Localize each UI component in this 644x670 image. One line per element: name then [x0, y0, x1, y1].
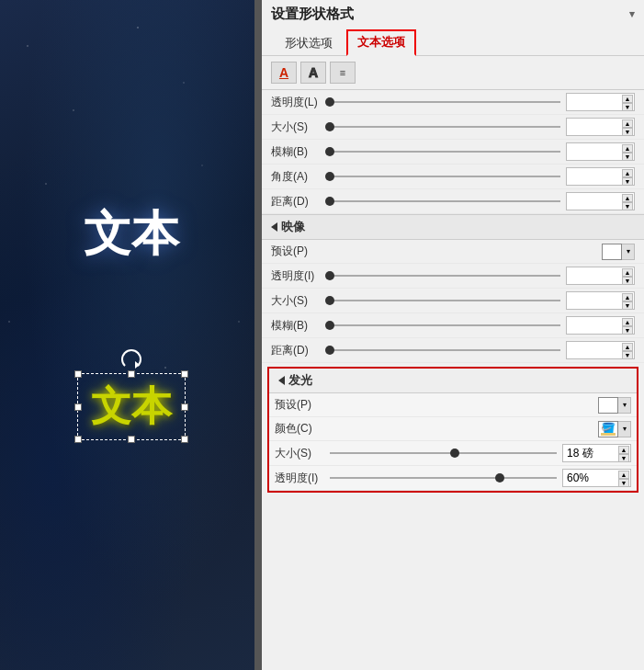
glow-transparency-slider[interactable] [330, 471, 557, 485]
reflect-transparency-up[interactable]: ▲ [622, 268, 633, 277]
shadow-size-spinner[interactable]: ▲ ▼ [622, 119, 633, 134]
text-fill-icon[interactable]: A [271, 62, 297, 84]
shadow-size-up[interactable]: ▲ [622, 119, 633, 128]
handle-bot-right[interactable] [181, 436, 188, 443]
shadow-angle-up[interactable]: ▲ [622, 169, 633, 177]
shadow-angle-spinner[interactable]: ▲ ▼ [622, 169, 633, 184]
reflect-distance-up[interactable]: ▲ [622, 343, 633, 351]
selected-text-wrapper[interactable]: 文本 [77, 349, 186, 440]
glow-size-slider[interactable] [330, 446, 557, 460]
shadow-angle-slider[interactable] [330, 169, 560, 184]
reflect-preset-control[interactable]: ▾ [602, 244, 635, 260]
glow-transparency-up[interactable]: ▲ [618, 471, 629, 479]
tab-shape-options[interactable]: 形状选项 [271, 29, 346, 56]
reflect-preset-arrow[interactable]: ▾ [622, 244, 635, 260]
reflect-size-up[interactable]: ▲ [622, 293, 633, 301]
reflect-size-spinner[interactable]: ▲ ▼ [622, 293, 633, 308]
reflect-blur-down[interactable]: ▼ [622, 326, 633, 335]
glow-transparency-spinner[interactable]: ▲ ▼ [618, 471, 629, 485]
reflect-distance-value[interactable]: ▲ ▼ [566, 341, 635, 359]
glow-section-header[interactable]: 发光 [269, 369, 637, 393]
tab-text-options[interactable]: 文本选项 [346, 29, 416, 56]
glow-size-thumb[interactable] [450, 449, 459, 458]
reflect-blur-thumb[interactable] [325, 321, 334, 330]
tab-row: 形状选项 文本选项 [271, 28, 635, 55]
glow-color-arrow[interactable]: ▾ [618, 421, 631, 437]
shadow-size-value[interactable]: ▲ ▼ [566, 118, 635, 136]
panel-body[interactable]: 透明度(L) ▲ ▼ 大小(S) [262, 90, 644, 670]
glow-size-down[interactable]: ▼ [618, 454, 629, 462]
glow-size-spinner[interactable]: ▲ ▼ [618, 446, 629, 460]
shadow-transparency-spinner[interactable]: ▲ ▼ [622, 95, 633, 109]
reflect-size-slider[interactable] [330, 293, 560, 308]
glow-color-control[interactable]: 🪣 ▾ [598, 421, 631, 437]
rotate-icon[interactable] [121, 349, 141, 369]
reflect-transparency-spinner[interactable]: ▲ ▼ [622, 268, 633, 283]
glow-color-picker[interactable]: 🪣 [598, 421, 618, 437]
reflect-distance-down[interactable]: ▼ [622, 351, 633, 359]
reflect-blur-slider[interactable] [330, 318, 560, 333]
reflect-transparency-thumb[interactable] [325, 271, 334, 280]
reflect-blur-spinner[interactable]: ▲ ▼ [622, 318, 633, 333]
text-effect-icon[interactable]: ≡ [330, 62, 356, 84]
shadow-angle-down[interactable]: ▼ [622, 177, 633, 186]
rotate-handle[interactable] [77, 349, 186, 369]
reflect-size-value[interactable]: ▲ ▼ [566, 291, 635, 310]
shadow-blur-thumb[interactable] [325, 147, 334, 156]
handle-top-mid[interactable] [128, 370, 135, 378]
reflect-blur-value[interactable]: ▲ ▼ [566, 316, 635, 335]
glow-transparency-value[interactable]: ▲ ▼ [562, 469, 631, 487]
handle-mid-right[interactable] [181, 403, 188, 411]
glow-transparency-thumb[interactable] [495, 473, 504, 483]
shadow-blur-up[interactable]: ▲ [622, 144, 633, 153]
glow-preset-arrow[interactable]: ▾ [618, 397, 631, 414]
glow-size-up[interactable]: ▲ [618, 446, 629, 454]
glow-preset-box[interactable] [598, 397, 618, 414]
shadow-distance-thumb[interactable] [325, 197, 334, 206]
reflect-size-down[interactable]: ▼ [622, 301, 633, 310]
shadow-angle-thumb[interactable] [325, 172, 334, 181]
glow-transparency-down[interactable]: ▼ [618, 479, 629, 487]
shadow-distance-down[interactable]: ▼ [622, 202, 633, 210]
canvas-scrollbar[interactable] [254, 0, 262, 670]
reflect-size-thumb[interactable] [325, 296, 334, 305]
selected-text-box[interactable]: 文本 [77, 373, 186, 440]
shadow-transparency-value[interactable]: ▲ ▼ [566, 93, 635, 111]
shadow-blur-spinner[interactable]: ▲ ▼ [622, 144, 633, 159]
glow-preset-control[interactable]: ▾ [598, 397, 631, 414]
shadow-distance-value[interactable]: ▲ ▼ [566, 192, 635, 210]
handle-top-left[interactable] [74, 370, 82, 378]
shadow-transparency-up[interactable]: ▲ [622, 95, 633, 103]
reflect-distance-spinner[interactable]: ▲ ▼ [622, 343, 633, 358]
shadow-angle-value[interactable]: ▲ ▼ [566, 167, 635, 186]
reflect-distance-thumb[interactable] [325, 346, 334, 355]
shadow-transparency-down[interactable]: ▼ [622, 103, 633, 111]
reflect-distance-slider[interactable] [330, 343, 560, 358]
shadow-transparency-slider[interactable] [330, 95, 560, 109]
reflect-preset-box[interactable] [602, 244, 622, 260]
shadow-transparency-thumb[interactable] [325, 97, 334, 107]
handle-top-right[interactable] [181, 370, 188, 378]
shadow-distance-slider[interactable] [330, 194, 560, 209]
reflect-transparency-slider[interactable] [330, 268, 560, 283]
shadow-blur-value[interactable]: ▲ ▼ [566, 142, 635, 161]
shadow-blur-row: 模糊(B) ▲ ▼ [262, 140, 644, 165]
reflect-blur-up[interactable]: ▲ [622, 318, 633, 326]
handle-mid-left[interactable] [74, 403, 82, 411]
shadow-distance-up[interactable]: ▲ [622, 194, 633, 202]
shadow-size-down[interactable]: ▼ [622, 128, 633, 136]
reflection-section-header[interactable]: 映像 [262, 214, 644, 240]
handle-bot-mid[interactable] [128, 436, 135, 443]
reflect-transparency-value[interactable]: ▲ ▼ [566, 267, 635, 285]
reflect-transparency-down[interactable]: ▼ [622, 277, 633, 285]
shadow-size-thumb[interactable] [325, 122, 334, 131]
glow-size-label: 大小(S) [275, 446, 324, 461]
glow-size-value[interactable]: ▲ ▼ [562, 444, 631, 462]
shadow-blur-slider[interactable] [330, 144, 560, 159]
shadow-blur-down[interactable]: ▼ [622, 153, 633, 161]
shadow-distance-spinner[interactable]: ▲ ▼ [622, 194, 633, 209]
text-outline-icon[interactable]: A [300, 62, 326, 84]
panel-title-text: 设置形状格式 [271, 6, 354, 23]
handle-bot-left[interactable] [74, 436, 82, 443]
shadow-size-slider[interactable] [330, 119, 560, 134]
